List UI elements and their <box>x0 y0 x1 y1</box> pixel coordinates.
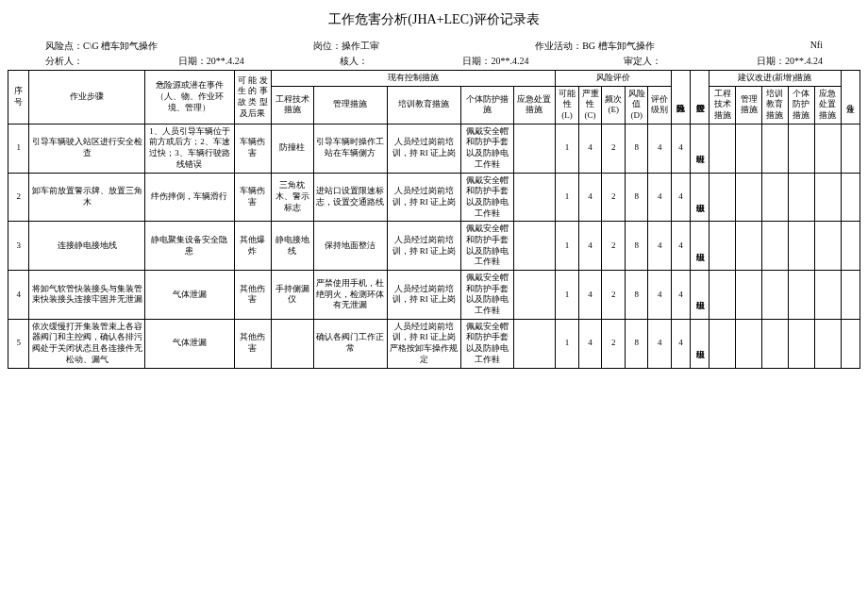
cell-rl: 4 <box>672 124 691 173</box>
hdr-risk-level: 风险分级 <box>672 71 691 124</box>
table-head: 序号 作业步骤 危险源或潜在事件（人、物、作业环境、管理） 可 能 发生 的 事… <box>8 71 860 124</box>
cell-e: 2 <box>602 319 626 368</box>
cell-d: 8 <box>625 124 648 173</box>
cell-mgt: 严禁使用手机，杜绝明火，检测环体有无泄漏 <box>313 271 387 320</box>
cell-lv: 4 <box>648 124 672 173</box>
cell-suggest <box>841 319 860 368</box>
hdr-sp: 个体防护措施 <box>788 86 814 124</box>
position: 岗位：操作工审 <box>313 40 379 53</box>
cell-l: 1 <box>556 124 579 173</box>
cell-cl: 班组级 <box>691 222 709 271</box>
hdr-se: 工程技术措施 <box>709 86 736 124</box>
cell-l: 1 <box>556 271 579 320</box>
cell-suggest <box>736 173 762 222</box>
cell-suggest <box>788 222 814 271</box>
cell-c: 4 <box>578 222 602 271</box>
cell-seq: 2 <box>8 173 29 222</box>
cell-suggest <box>762 319 789 368</box>
cell-d: 8 <box>625 319 648 368</box>
cell-c: 4 <box>578 173 602 222</box>
cell-emg <box>513 319 556 368</box>
hdr-sa: 应急处置措施 <box>814 86 841 124</box>
cell-c: 4 <box>578 271 602 320</box>
cell-lv: 4 <box>648 222 672 271</box>
cell-rl: 4 <box>672 173 691 222</box>
hdr-d: 风险值(D) <box>625 86 648 124</box>
cell-suggest <box>736 319 762 368</box>
cell-suggest <box>814 271 841 320</box>
cell-accident: 车辆伤害 <box>234 173 271 222</box>
cell-seq: 1 <box>8 124 29 173</box>
cell-hazard: 气体泄漏 <box>145 319 235 368</box>
cell-l: 1 <box>556 222 579 271</box>
cell-accident: 其他伤害 <box>234 319 271 368</box>
cell-d: 8 <box>625 222 648 271</box>
code: Nfi <box>810 40 823 53</box>
cell-mgt: 保持地面整洁 <box>313 222 387 271</box>
cell-cl: 班组级 <box>691 271 709 320</box>
cell-mgt: 确认各阀门工作正常 <box>313 319 387 368</box>
cell-eng <box>271 319 313 368</box>
cell-hazard: 静电聚集设备安全隐患 <box>145 222 235 271</box>
hdr-mgt: 管理措施 <box>313 86 387 124</box>
cell-cl: 班时级 <box>691 124 709 173</box>
table-row: 1引导车辆驶入站区进行安全检查1、人员引导车辆位于前方或后方；2、车速过快；3、… <box>8 124 860 173</box>
cell-ppe: 佩戴安全帽和防护手套以及防静电工作鞋 <box>460 173 513 222</box>
cell-e: 2 <box>602 222 626 271</box>
table-row: 5依次缓慢打开集装管束上各容器阀门和主控阀，确认各排污阀处于关闭状态且各连接件无… <box>8 319 860 368</box>
table-row: 4将卸气软管快装接头与集装管束快装接头连接牢固并无泄漏气体泄漏其他伤害手持侧漏仪… <box>8 271 860 320</box>
hdr-sm: 管理措施 <box>736 86 762 124</box>
cell-suggest <box>762 173 789 222</box>
cell-suggest <box>709 319 736 368</box>
cell-seq: 4 <box>8 271 29 320</box>
cell-rl: 4 <box>672 271 691 320</box>
jha-table: 序号 作业步骤 危险源或潜在事件（人、物、作业环境、管理） 可 能 发生 的 事… <box>8 70 860 369</box>
cell-step: 引导车辆驶入站区进行安全检查 <box>29 124 145 173</box>
cell-suggest <box>762 271 789 320</box>
cell-suggest <box>814 124 841 173</box>
hdr-hazard: 危险源或潜在事件（人、物、作业环境、管理） <box>145 71 235 124</box>
cell-e: 2 <box>602 271 626 320</box>
cell-suggest <box>736 222 762 271</box>
cell-trn: 人员经过岗前培训，持 RI 证上岗 <box>387 124 460 173</box>
cell-suggest <box>788 173 814 222</box>
cell-suggest <box>788 271 814 320</box>
cell-mgt: 引导车辆时操作工站在车辆侧方 <box>313 124 387 173</box>
hdr-c: 严重性(C) <box>578 86 602 124</box>
cell-l: 1 <box>556 319 579 368</box>
cell-suggest <box>841 222 860 271</box>
cell-trn: 人员经过岗前培训，持 RI 证上岗 严格按卸车操作规定 <box>387 319 460 368</box>
cell-accident: 其他伤害 <box>234 271 271 320</box>
cell-ppe: 佩戴安全帽和防护手套以及防静电工作鞋 <box>460 124 513 173</box>
risk-point: 风险点：C\G 槽车卸气操作 <box>45 40 158 53</box>
cell-emg <box>513 222 556 271</box>
cell-trn: 人员经过岗前培训，持 RI 证上岗 <box>387 222 460 271</box>
cell-emg <box>513 271 556 320</box>
cell-suggest <box>709 173 736 222</box>
cell-step: 连接静电接地线 <box>29 222 145 271</box>
cell-suggest <box>788 124 814 173</box>
cell-cl: 班缀级 <box>691 173 709 222</box>
cell-seq: 5 <box>8 319 29 368</box>
table-row: 2卸车前放置警示牌、放置三角木绊伤摔倒，车辆滑行车辆伤害三角枕木、警示标志进站口… <box>8 173 860 222</box>
hdr-seq: 序号 <box>8 71 29 124</box>
hdr-ctrl-level: 管控层级 <box>691 71 709 124</box>
cell-seq: 3 <box>8 222 29 271</box>
cell-accident: 其他爆炸 <box>234 222 271 271</box>
hdr-l: 可能性(L) <box>556 86 579 124</box>
cell-suggest <box>814 319 841 368</box>
cell-suggest <box>736 271 762 320</box>
hdr-emg: 应急处置措施 <box>513 86 556 124</box>
analyst: 分析人： <box>45 55 83 68</box>
cell-ppe: 佩戴安全帽和防护手套以及防静电工作鞋 <box>460 271 513 320</box>
hdr-controls: 现有控制措施 <box>271 71 555 87</box>
hdr-eng: 工程技术措施 <box>271 86 313 124</box>
cell-l: 1 <box>556 173 579 222</box>
table-body: 1引导车辆驶入站区进行安全检查1、人员引导车辆位于前方或后方；2、车速过快；3、… <box>8 124 860 368</box>
date-2: 日期：20**.4.24 <box>462 55 528 68</box>
cell-step: 卸车前放置警示牌、放置三角木 <box>29 173 145 222</box>
hdr-trn: 培训教育措施 <box>387 86 460 124</box>
cell-d: 8 <box>625 173 648 222</box>
cell-suggest <box>841 124 860 173</box>
hdr-lv: 评价级别 <box>648 86 672 124</box>
